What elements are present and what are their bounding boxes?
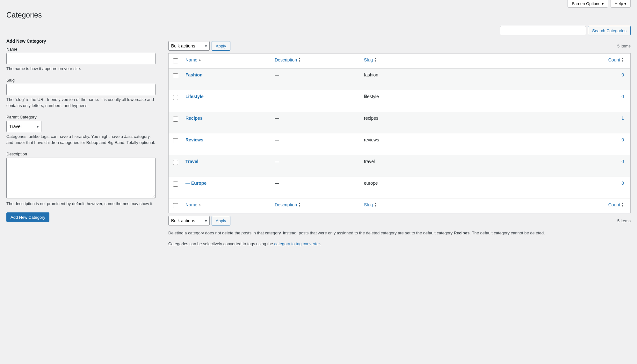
table-row: Fashion — fashion 0 xyxy=(169,68,631,90)
select-all-top[interactable] xyxy=(173,58,178,63)
delete-note: Deleting a category does not delete the … xyxy=(168,230,631,237)
name-input[interactable] xyxy=(6,53,156,64)
description-help: The description is not prominent by defa… xyxy=(6,201,156,207)
row-checkbox[interactable] xyxy=(173,138,178,143)
items-count-top: 5 items xyxy=(617,44,631,48)
apply-button-top[interactable]: Apply xyxy=(212,41,230,51)
items-count-bottom: 5 items xyxy=(617,218,631,223)
sort-indicator-icon: ▲▼ xyxy=(374,202,377,207)
category-description: — xyxy=(275,159,279,164)
help-button[interactable]: Help ▾ xyxy=(611,0,631,8)
category-slug: lifestyle xyxy=(364,94,379,99)
sort-slug-top[interactable]: Slug ▲▼ xyxy=(364,57,377,62)
name-help: The name is how it appears on your site. xyxy=(6,66,156,72)
slug-input[interactable] xyxy=(6,84,156,95)
add-category-button[interactable]: Add New Category xyxy=(6,212,49,222)
sort-slug-bottom[interactable]: Slug ▲▼ xyxy=(364,202,377,207)
category-name-link[interactable]: Reviews xyxy=(185,137,203,142)
select-all-bottom[interactable] xyxy=(173,203,178,208)
category-description: — xyxy=(275,181,279,186)
sort-count-bottom[interactable]: Count ▲▼ xyxy=(608,202,624,207)
parent-label: Parent Category xyxy=(6,115,156,119)
help-label: Help xyxy=(615,1,623,6)
parent-help: Categories, unlike tags, can have a hier… xyxy=(6,133,156,146)
row-checkbox[interactable] xyxy=(173,182,178,187)
category-description: — xyxy=(275,94,279,99)
bulk-action-select-top[interactable]: Bulk actions xyxy=(168,41,210,51)
table-row: Lifestyle — lifestyle 0 xyxy=(169,90,631,112)
row-checkbox[interactable] xyxy=(173,117,178,122)
category-count-link[interactable]: 0 xyxy=(621,137,624,142)
page-title: Categories xyxy=(6,11,631,19)
description-textarea[interactable] xyxy=(6,158,156,198)
slug-help: The "slug" is the URL-friendly version o… xyxy=(6,96,156,109)
category-description: — xyxy=(275,137,279,142)
chevron-down-icon: ▾ xyxy=(602,1,604,6)
name-label: Name xyxy=(6,47,156,52)
categories-table: Name ▲ Description ▲▼ Slug ▲▼ xyxy=(168,53,631,213)
category-count-link[interactable]: 0 xyxy=(621,94,624,99)
category-name-link[interactable]: Recipes xyxy=(185,116,203,121)
row-checkbox[interactable] xyxy=(173,160,178,165)
table-row: Reviews — reviews 0 xyxy=(169,133,631,155)
table-row: Recipes — recipes 1 xyxy=(169,112,631,133)
category-name-link[interactable]: Lifestyle xyxy=(185,94,204,99)
convert-note: Categories can be selectively converted … xyxy=(168,241,631,247)
screen-options-button[interactable]: Screen Options ▾ xyxy=(568,0,608,8)
bulk-action-select-bottom[interactable]: Bulk actions xyxy=(168,216,210,225)
chevron-down-icon: ▾ xyxy=(624,1,626,6)
sort-indicator-icon: ▲▼ xyxy=(374,57,377,62)
sort-indicator-icon: ▲▼ xyxy=(621,57,624,62)
category-slug: travel xyxy=(364,159,375,164)
row-checkbox[interactable] xyxy=(173,73,178,78)
table-row: — Europe — europe 0 xyxy=(169,177,631,198)
tag-converter-link[interactable]: category to tag converter xyxy=(274,241,320,246)
category-count-link[interactable]: 1 xyxy=(621,116,624,121)
row-checkbox[interactable] xyxy=(173,95,178,100)
sort-desc-bottom[interactable]: Description ▲▼ xyxy=(275,202,301,207)
slug-label: Slug xyxy=(6,78,156,82)
sort-desc-top[interactable]: Description ▲▼ xyxy=(275,57,301,62)
sort-indicator-icon: ▲ xyxy=(199,59,201,61)
sort-indicator-icon: ▲▼ xyxy=(621,202,624,207)
sort-name-top[interactable]: Name ▲ xyxy=(185,57,201,62)
search-input[interactable] xyxy=(500,26,586,35)
category-count-link[interactable]: 0 xyxy=(621,181,624,186)
parent-select[interactable]: Travel xyxy=(6,121,41,132)
category-slug: recipes xyxy=(364,116,378,121)
sort-indicator-icon: ▲▼ xyxy=(298,202,301,207)
category-name-link[interactable]: Travel xyxy=(185,159,198,164)
category-slug: europe xyxy=(364,181,378,186)
category-slug: reviews xyxy=(364,137,379,142)
apply-button-bottom[interactable]: Apply xyxy=(212,216,230,225)
category-count-link[interactable]: 0 xyxy=(621,159,624,164)
category-name-link[interactable]: Fashion xyxy=(185,72,203,77)
sort-indicator-icon: ▲▼ xyxy=(298,57,301,62)
sort-name-bottom[interactable]: Name ▲ xyxy=(185,202,201,207)
table-row: Travel — travel 0 xyxy=(169,155,631,177)
search-button[interactable]: Search Categories xyxy=(588,26,631,35)
category-description: — xyxy=(275,116,279,121)
form-heading: Add New Category xyxy=(6,39,156,44)
category-count-link[interactable]: 0 xyxy=(621,72,624,77)
screen-options-label: Screen Options xyxy=(572,1,600,6)
category-slug: fashion xyxy=(364,72,378,77)
sort-count-top[interactable]: Count ▲▼ xyxy=(608,57,624,62)
description-label: Description xyxy=(6,152,156,156)
category-description: — xyxy=(275,72,279,77)
sort-indicator-icon: ▲ xyxy=(199,203,201,206)
category-name-link[interactable]: — Europe xyxy=(185,181,206,186)
